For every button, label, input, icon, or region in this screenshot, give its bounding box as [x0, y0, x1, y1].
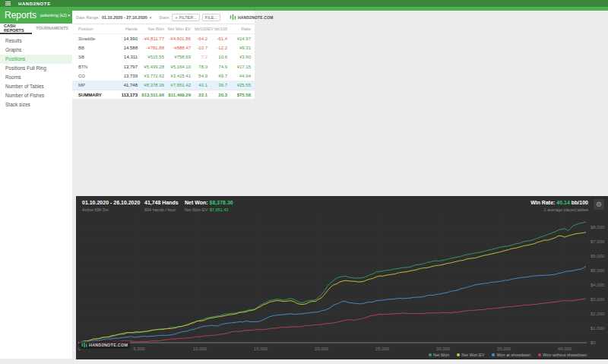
cell-value: ¥8,378.36: [138, 81, 164, 90]
table-row-sb[interactable]: SB14,311¥515.55¥758.697.210.6¥3.60: [72, 52, 255, 62]
column-header-net-won[interactable]: Net Won: [138, 24, 164, 33]
cell-position: SUMMARY: [78, 90, 114, 100]
watermark-text: HAND2NOTE.COM: [89, 343, 128, 347]
brand-text: HAND2NOTE.COM: [238, 15, 274, 20]
table-row-btn[interactable]: BTN13,797¥5,439.28¥5,164.1078.074.9¥17.1…: [72, 62, 255, 71]
cell-value: 22.1: [191, 90, 207, 100]
graph-hands: 41,748 Hands: [144, 200, 179, 205]
svg-text:15,000: 15,000: [254, 347, 268, 351]
toolbar: Date Range: 01.10.2020 - 27.10.2020 ▾ St…: [72, 11, 255, 24]
svg-text:35,000: 35,000: [497, 347, 511, 351]
hamburger-menu-icon[interactable]: [5, 2, 11, 5]
table-header-row: PositionHandsNet WonNet Won EVbb/100EV b…: [72, 24, 255, 34]
cell-hands: 113,173: [114, 90, 138, 100]
table-row-mp[interactable]: MP41,748¥8,378.36¥7,651.4240.136.7¥25.55: [72, 81, 255, 90]
report-tabs: CASH REPORTS TOURNAMENTS: [0, 24, 72, 34]
page-title: Reports: [5, 10, 36, 21]
cell-value: ¥17.15: [227, 62, 251, 71]
cell-hands: 13,797: [114, 62, 138, 71]
column-header-rake[interactable]: Rake: [227, 24, 251, 33]
cell-value: 49.7: [207, 71, 227, 81]
graph-date-block: 01.10.2020 - 26.10.2020 Active 69h 5m: [82, 200, 140, 212]
cell-position: BTN: [78, 62, 114, 71]
net-won-label: Net Won:: [185, 200, 208, 205]
table-row-bb[interactable]: BB14,588-¥781.88-¥888.47-10.7-12.2¥9.31: [72, 43, 255, 52]
svg-text:$7,000: $7,000: [591, 239, 605, 244]
gear-icon[interactable]: ⚙: [594, 199, 604, 210]
legend-item-net-won-ev[interactable]: Net Won EV: [457, 353, 484, 357]
graph-date-range: 01.10.2020 - 26.10.2020: [82, 200, 140, 205]
cell-value: -64.2: [191, 34, 207, 43]
table-row-co[interactable]: CO13,739¥3,772.62¥3,415.4154.949.7¥4.94: [72, 71, 255, 81]
table-row-straddle[interactable]: Straddle14,990-¥4,811.77-¥4,601.86-64.2-…: [72, 34, 255, 43]
file-button[interactable]: FILE...: [202, 14, 220, 21]
cell-hands: 13,739: [114, 71, 138, 81]
cell-value: 36.7: [207, 81, 227, 90]
cell-value: ¥758.69: [164, 52, 191, 62]
cell-value: ¥5,164.10: [164, 62, 191, 71]
legend-item-won-at-showdown[interactable]: Won at showdown: [492, 353, 530, 357]
cell-value: ¥25.55: [227, 81, 251, 90]
cell-value: ¥3,772.62: [138, 71, 164, 81]
cell-value: -¥4,811.77: [138, 34, 164, 43]
sidebar-item-positions[interactable]: Positions: [0, 55, 72, 64]
equity-chart[interactable]: 05,00010,00015,00020,00025,00030,00035,0…: [76, 196, 608, 359]
cell-position: BB: [78, 43, 114, 52]
sidebar-item-rooms[interactable]: Rooms: [0, 73, 72, 82]
column-header-bb-100[interactable]: bb/100: [191, 24, 207, 33]
hand2note-brand-link[interactable]: HAND2NOTE.COM: [230, 14, 274, 21]
graph-net-won-ev: Net Won EV: $7,651.42: [185, 207, 233, 212]
chart-watermark: HAND2NOTE.COM: [79, 341, 130, 349]
svg-text:30,000: 30,000: [436, 347, 451, 351]
graph-winrate-block: Win Rate: 40.14 bb/100 1 average played …: [530, 200, 588, 212]
cell-hands: 41,748: [114, 81, 138, 90]
app-title: HAND2NOTE: [18, 2, 51, 6]
account-selector[interactable]: pokerking (k2) ▾: [40, 13, 70, 17]
page-header: Reports pokerking (k2) ▾: [0, 7, 72, 24]
svg-text:25,000: 25,000: [375, 347, 390, 351]
app-topbar: HAND2NOTE: [0, 0, 608, 7]
legend-label: Net Won: [433, 353, 449, 357]
win-rate-label: Win Rate:: [530, 200, 555, 205]
stats-label: Stats:: [159, 15, 169, 20]
graph-win-rate: Win Rate: 40.14 bb/100: [530, 200, 588, 205]
tab-tournaments[interactable]: TOURNAMENTS: [32, 24, 72, 34]
chevron-down-icon[interactable]: ▾: [150, 15, 152, 20]
sidebar-item-positions-full-ring[interactable]: Positions Full Ring: [0, 64, 72, 73]
hand2note-logo-icon: [230, 14, 236, 21]
graph-panel: 05,00010,00015,00020,00025,00030,00035,0…: [76, 196, 608, 359]
svg-text:$0: $0: [591, 340, 596, 345]
table-row-summary[interactable]: SUMMARY113,173$13,511.96$11,499.2922.120…: [72, 90, 255, 100]
sidebar-item-results[interactable]: Results: [0, 36, 72, 46]
tab-cash-reports[interactable]: CASH REPORTS: [0, 24, 32, 34]
cell-value: -¥4,601.86: [164, 34, 191, 43]
svg-text:10,000: 10,000: [193, 347, 207, 351]
filter-button-label: FILTER...: [179, 15, 197, 20]
column-header-position[interactable]: Position: [78, 24, 114, 33]
sidebar-item-number-of-tables[interactable]: Number of Tables: [0, 82, 72, 91]
graph-hands-block: 41,748 Hands 604 hands / hour: [144, 200, 179, 212]
cell-value: ¥9.31: [227, 43, 251, 52]
cell-value: $13,511.96: [138, 90, 164, 100]
svg-text:5,000: 5,000: [133, 347, 145, 351]
date-range-value[interactable]: 01.10.2020 - 27.10.2020: [102, 15, 147, 20]
filter-button[interactable]: + FILTER...: [172, 14, 199, 21]
column-header-hands[interactable]: Hands: [114, 24, 138, 33]
file-button-label: FILE...: [205, 15, 217, 20]
legend-dot-icon: [492, 353, 495, 356]
sidebar-item-number-of-fishes[interactable]: Number of Fishes: [0, 91, 72, 100]
net-won-value: $8,378.36: [210, 200, 233, 205]
sidebar-item-graphs[interactable]: Graphs: [0, 46, 72, 55]
graph-net-won: Net Won: $8,378.36: [185, 200, 233, 205]
plus-icon: +: [175, 15, 177, 20]
column-header-ev-bb-100[interactable]: EV bb/100: [207, 24, 227, 33]
cell-value: -12.2: [207, 43, 227, 52]
svg-text:$5,000: $5,000: [591, 268, 605, 273]
legend-item-won-without-showdown[interactable]: Won without showdown: [538, 353, 587, 357]
legend-item-net-won[interactable]: Net Won: [429, 353, 449, 357]
legend-label: Won at showdown: [496, 353, 530, 357]
sidebar-item-stack-sizes[interactable]: Stack sizes: [0, 100, 72, 109]
cell-hands: 14,311: [114, 52, 138, 62]
column-header-net-won-ev[interactable]: Net Won EV: [164, 24, 191, 33]
svg-text:40,000: 40,000: [558, 347, 572, 351]
